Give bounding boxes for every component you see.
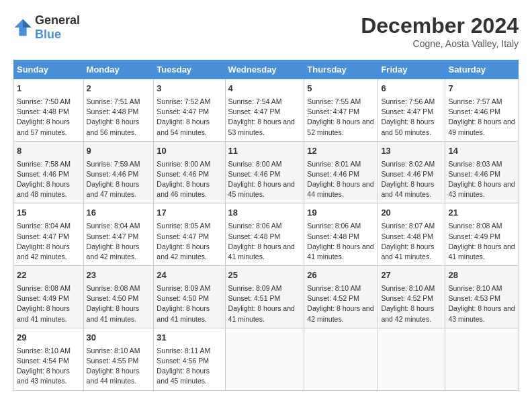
calendar-week-3: 15Sunrise: 8:04 AMSunset: 4:47 PMDayligh…: [14, 203, 519, 266]
weekday-header-monday: Monday: [83, 60, 154, 79]
daylight: Daylight: 8 hours and 53 minutes.: [228, 118, 295, 136]
day-number: 8: [17, 145, 81, 158]
calendar-cell: 27Sunrise: 8:10 AMSunset: 4:52 PMDayligh…: [378, 266, 445, 328]
day-number: 2: [87, 83, 151, 95]
daylight: Daylight: 8 hours and 56 minutes.: [87, 118, 140, 136]
logo-blue: Blue: [35, 28, 61, 41]
calendar-header-row: SundayMondayTuesdayWednesdayThursdayFrid…: [14, 60, 519, 79]
sunset: Sunset: 4:48 PM: [87, 107, 139, 116]
calendar-cell: 9Sunrise: 7:59 AMSunset: 4:46 PMDaylight…: [83, 141, 154, 203]
daylight: Daylight: 8 hours and 42 minutes.: [307, 304, 373, 322]
calendar-cell: 24Sunrise: 8:09 AMSunset: 4:50 PMDayligh…: [154, 266, 225, 328]
daylight: Daylight: 8 hours and 43 minutes.: [17, 367, 70, 385]
calendar-cell: 22Sunrise: 8:08 AMSunset: 4:49 PMDayligh…: [14, 266, 84, 328]
sunrise: Sunrise: 7:58 AM: [17, 160, 71, 168]
sunset: Sunset: 4:49 PM: [448, 232, 500, 240]
calendar-cell: 20Sunrise: 8:07 AMSunset: 4:48 PMDayligh…: [378, 203, 445, 266]
calendar-cell: 23Sunrise: 8:08 AMSunset: 4:50 PMDayligh…: [83, 266, 154, 328]
calendar-cell: 14Sunrise: 8:03 AMSunset: 4:46 PMDayligh…: [445, 141, 519, 203]
calendar-cell: 11Sunrise: 8:00 AMSunset: 4:46 PMDayligh…: [225, 141, 304, 203]
daylight: Daylight: 8 hours and 41 minutes.: [448, 242, 515, 261]
sunset: Sunset: 4:54 PM: [17, 357, 69, 365]
sunset: Sunset: 4:53 PM: [448, 294, 500, 302]
sunset: Sunset: 4:56 PM: [157, 357, 209, 365]
sunset: Sunset: 4:52 PM: [381, 294, 433, 302]
sunrise: Sunrise: 8:09 AM: [228, 284, 282, 292]
daylight: Daylight: 8 hours and 45 minutes.: [157, 367, 210, 385]
calendar-cell: 17Sunrise: 8:05 AMSunset: 4:47 PMDayligh…: [154, 203, 225, 266]
weekday-header-tuesday: Tuesday: [154, 60, 225, 79]
sunrise: Sunrise: 8:06 AM: [307, 222, 361, 230]
weekday-header-saturday: Saturday: [445, 60, 519, 79]
sunrise: Sunrise: 8:05 AM: [157, 222, 210, 230]
sunset: Sunset: 4:48 PM: [228, 232, 281, 240]
day-number: 29: [17, 332, 81, 345]
day-number: 5: [307, 83, 375, 95]
sunset: Sunset: 4:46 PM: [448, 107, 500, 116]
sunrise: Sunrise: 7:50 AM: [17, 97, 71, 105]
sunrise: Sunrise: 7:52 AM: [157, 97, 210, 105]
location: Cogne, Aosta Valley, Italy: [361, 38, 519, 49]
calendar-cell: 1Sunrise: 7:50 AMSunset: 4:48 PMDaylight…: [14, 79, 84, 142]
sunrise: Sunrise: 8:02 AM: [381, 160, 435, 168]
calendar-cell: 2Sunrise: 7:51 AMSunset: 4:48 PMDaylight…: [83, 79, 154, 142]
calendar-cell: [445, 328, 519, 390]
sunset: Sunset: 4:50 PM: [87, 294, 139, 302]
daylight: Daylight: 8 hours and 46 minutes.: [157, 180, 210, 198]
daylight: Daylight: 8 hours and 49 minutes.: [448, 118, 515, 136]
day-number: 23: [87, 269, 151, 282]
calendar-cell: 8Sunrise: 7:58 AMSunset: 4:46 PMDaylight…: [14, 141, 84, 203]
daylight: Daylight: 8 hours and 47 minutes.: [87, 180, 140, 198]
sunset: Sunset: 4:46 PM: [448, 170, 500, 178]
calendar-cell: 29Sunrise: 8:10 AMSunset: 4:54 PMDayligh…: [14, 328, 84, 390]
sunset: Sunset: 4:49 PM: [17, 294, 69, 302]
sunrise: Sunrise: 8:10 AM: [307, 284, 361, 292]
weekday-header-wednesday: Wednesday: [225, 60, 304, 79]
sunrise: Sunrise: 7:55 AM: [307, 97, 361, 105]
weekday-header-sunday: Sunday: [14, 60, 84, 79]
calendar-cell: 12Sunrise: 8:01 AMSunset: 4:46 PMDayligh…: [304, 141, 378, 203]
sunrise: Sunrise: 8:06 AM: [228, 222, 282, 230]
sunrise: Sunrise: 7:59 AM: [87, 160, 140, 168]
sunrise: Sunrise: 8:10 AM: [87, 347, 140, 355]
sunset: Sunset: 4:47 PM: [17, 232, 69, 240]
calendar-cell: 4Sunrise: 7:54 AMSunset: 4:47 PMDaylight…: [225, 79, 304, 142]
day-number: 31: [157, 332, 222, 345]
calendar-cell: 25Sunrise: 8:09 AMSunset: 4:51 PMDayligh…: [225, 266, 304, 328]
calendar-body: 1Sunrise: 7:50 AMSunset: 4:48 PMDaylight…: [14, 79, 519, 391]
sunrise: Sunrise: 8:00 AM: [228, 160, 282, 168]
calendar-cell: 6Sunrise: 7:56 AMSunset: 4:47 PMDaylight…: [378, 79, 445, 142]
day-number: 20: [381, 207, 442, 220]
day-number: 27: [381, 269, 442, 282]
sunrise: Sunrise: 7:56 AM: [381, 97, 435, 105]
day-number: 24: [157, 269, 222, 282]
calendar-week-4: 22Sunrise: 8:08 AMSunset: 4:49 PMDayligh…: [14, 266, 519, 328]
sunset: Sunset: 4:47 PM: [228, 107, 281, 116]
calendar-cell: [225, 328, 304, 390]
day-number: 1: [17, 83, 81, 95]
daylight: Daylight: 8 hours and 54 minutes.: [157, 118, 210, 136]
sunrise: Sunrise: 8:03 AM: [448, 160, 502, 168]
daylight: Daylight: 8 hours and 44 minutes.: [307, 180, 373, 198]
sunset: Sunset: 4:46 PM: [87, 170, 139, 178]
sunrise: Sunrise: 8:01 AM: [307, 160, 361, 168]
day-number: 14: [448, 145, 515, 158]
calendar-cell: 26Sunrise: 8:10 AMSunset: 4:52 PMDayligh…: [304, 266, 378, 328]
daylight: Daylight: 8 hours and 41 minutes.: [157, 304, 210, 322]
sunrise: Sunrise: 8:10 AM: [381, 284, 435, 292]
sunrise: Sunrise: 8:11 AM: [157, 347, 210, 355]
sunrise: Sunrise: 7:51 AM: [87, 97, 140, 105]
sunset: Sunset: 4:48 PM: [17, 107, 69, 116]
daylight: Daylight: 8 hours and 50 minutes.: [381, 118, 434, 136]
calendar-cell: [304, 328, 378, 390]
day-number: 7: [448, 83, 515, 95]
day-number: 4: [228, 83, 302, 95]
sunset: Sunset: 4:46 PM: [157, 170, 209, 178]
sunset: Sunset: 4:47 PM: [307, 107, 359, 116]
sunrise: Sunrise: 7:57 AM: [448, 97, 502, 105]
logo-general: General: [35, 13, 80, 27]
calendar-cell: 28Sunrise: 8:10 AMSunset: 4:53 PMDayligh…: [445, 266, 519, 328]
daylight: Daylight: 8 hours and 48 minutes.: [17, 180, 70, 198]
day-number: 13: [381, 145, 442, 158]
calendar-week-1: 1Sunrise: 7:50 AMSunset: 4:48 PMDaylight…: [14, 79, 519, 142]
